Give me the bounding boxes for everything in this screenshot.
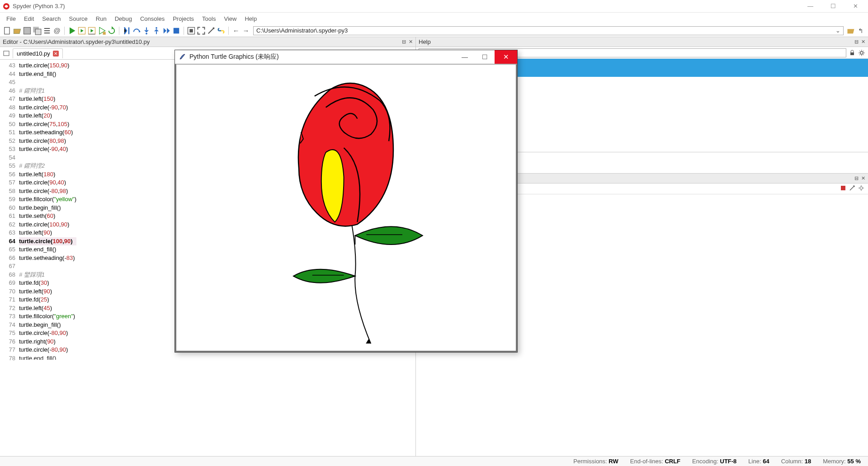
- status-enc-label: Encoding:: [692, 458, 718, 465]
- status-mem-value: 55 %: [847, 458, 861, 465]
- turtle-canvas: [175, 64, 517, 352]
- svg-point-9: [156, 27, 157, 28]
- menu-list-icon[interactable]: [42, 26, 52, 35]
- step-over-icon[interactable]: [132, 26, 141, 35]
- pane-undock-icon[interactable]: ⊟: [402, 39, 406, 45]
- menu-tools[interactable]: Tools: [202, 15, 216, 22]
- svg-rect-16: [841, 186, 845, 190]
- continue-icon[interactable]: [162, 26, 171, 35]
- menu-view[interactable]: View: [224, 15, 236, 22]
- turtle-maximize-button[interactable]: ☐: [475, 53, 495, 61]
- step-into-icon[interactable]: [142, 26, 151, 35]
- svg-rect-7: [103, 32, 106, 34]
- status-col-label: Column:: [781, 458, 803, 465]
- working-directory-text: C:\Users\Administrator\.spyder-py3: [256, 27, 348, 34]
- svg-rect-13: [4, 51, 9, 56]
- pane-close-icon[interactable]: ✕: [861, 39, 865, 45]
- save-icon[interactable]: [23, 26, 32, 35]
- spyder-icon: [3, 3, 10, 10]
- status-enc-value: UTF-8: [720, 458, 737, 465]
- toolbar-separator: [119, 27, 119, 35]
- code-lines[interactable]: turtle.circle(150,90)turtle.end_fill()# …: [18, 60, 76, 456]
- toolbar-separator: [64, 27, 65, 35]
- turtle-titlebar[interactable]: Python Turtle Graphics (未响应) — ☐ ✕: [175, 50, 517, 64]
- clear-console-icon[interactable]: [849, 185, 855, 193]
- back-icon[interactable]: ←: [231, 26, 241, 35]
- console-gear-icon[interactable]: [858, 185, 864, 193]
- lock-icon[interactable]: [849, 50, 855, 56]
- pane-close-icon[interactable]: ✕: [861, 175, 865, 181]
- at-icon[interactable]: @: [52, 26, 61, 35]
- help-header: Help ⊟ ✕: [416, 37, 868, 47]
- svg-rect-4: [35, 29, 41, 35]
- fullscreen-icon[interactable]: [197, 26, 206, 35]
- run-selection-icon[interactable]: [97, 26, 106, 35]
- turtle-window[interactable]: Python Turtle Graphics (未响应) — ☐ ✕: [175, 50, 518, 353]
- svg-rect-2: [24, 27, 31, 34]
- rerun-icon[interactable]: [107, 26, 116, 35]
- minimize-button[interactable]: —: [803, 1, 818, 11]
- maximize-button[interactable]: ☐: [826, 1, 840, 11]
- menu-debug[interactable]: Debug: [115, 15, 132, 22]
- menu-file[interactable]: File: [6, 15, 16, 22]
- status-line-label: Line:: [748, 458, 761, 465]
- status-perm-value: RW: [609, 458, 618, 465]
- menu-consoles[interactable]: Consoles: [140, 15, 165, 22]
- run-cell-advance-icon[interactable]: [87, 26, 96, 35]
- pane-undock-icon[interactable]: ⊟: [854, 39, 859, 45]
- debug-icon[interactable]: [122, 26, 131, 35]
- titlebar: Spyder (Python 3.7) — ☐ ✕: [0, 0, 868, 13]
- preferences-icon[interactable]: [207, 26, 216, 35]
- menu-projects[interactable]: Projects: [173, 15, 194, 22]
- step-out-icon[interactable]: [152, 26, 161, 35]
- working-directory-input[interactable]: C:\Users\Administrator\.spyder-py3⌄: [253, 26, 844, 35]
- svg-rect-1: [5, 27, 9, 34]
- turtle-close-button[interactable]: ✕: [495, 50, 517, 64]
- tab-close-icon[interactable]: ✕: [53, 51, 59, 56]
- status-line-value: 64: [763, 458, 769, 465]
- close-button[interactable]: ✕: [849, 1, 863, 11]
- statusbar: Permissions: RW End-of-lines: CRLF Encod…: [0, 456, 868, 466]
- python-path-icon[interactable]: [217, 26, 226, 35]
- run-cell-icon[interactable]: [77, 26, 86, 35]
- svg-point-8: [146, 33, 147, 34]
- save-all-icon[interactable]: [33, 26, 42, 35]
- status-eol-label: End-of-lines:: [630, 458, 663, 465]
- file-tab-label: untitled10.py: [17, 50, 50, 57]
- status-mem-label: Memory:: [823, 458, 846, 465]
- menu-help[interactable]: Help: [245, 15, 257, 22]
- open-icon[interactable]: [13, 26, 22, 35]
- gear-icon[interactable]: [858, 49, 865, 56]
- svg-rect-14: [850, 52, 854, 55]
- status-perm-label: Permissions:: [573, 458, 607, 465]
- turtle-title-text: Python Turtle Graphics (未响应): [189, 53, 455, 61]
- help-title: Help: [419, 38, 431, 45]
- app-title: Spyder (Python 3.7): [13, 3, 803, 9]
- svg-point-15: [860, 52, 863, 54]
- pane-close-icon[interactable]: ✕: [409, 39, 413, 45]
- menu-source[interactable]: Source: [69, 15, 88, 22]
- forward-icon[interactable]: →: [241, 26, 250, 35]
- line-gutter: 4344454647484950515253545556575859606162…: [0, 60, 18, 456]
- svg-point-17: [860, 187, 863, 189]
- turtle-minimize-button[interactable]: —: [455, 53, 475, 61]
- run-icon[interactable]: [67, 26, 76, 35]
- pane-undock-icon[interactable]: ⊟: [854, 175, 859, 181]
- stop-kernel-icon[interactable]: [840, 185, 846, 193]
- feather-icon: [179, 53, 186, 61]
- parent-dir-icon[interactable]: ↰: [856, 26, 865, 35]
- stop-icon[interactable]: [172, 26, 181, 35]
- window-controls: — ☐ ✕: [803, 1, 863, 11]
- status-eol-value: CRLF: [665, 458, 680, 465]
- browse-icon[interactable]: [846, 26, 855, 35]
- menu-edit[interactable]: Edit: [24, 15, 34, 22]
- new-file-icon[interactable]: [3, 26, 12, 35]
- svg-rect-10: [174, 28, 179, 33]
- menu-run[interactable]: Run: [96, 15, 107, 22]
- file-tab[interactable]: untitled10.py ✕: [13, 48, 63, 58]
- maximize-pane-icon[interactable]: [187, 26, 196, 35]
- file-browser-icon[interactable]: [3, 50, 10, 57]
- svg-rect-12: [189, 29, 193, 33]
- toolbar-separator: [184, 27, 184, 35]
- menu-search[interactable]: Search: [42, 15, 61, 22]
